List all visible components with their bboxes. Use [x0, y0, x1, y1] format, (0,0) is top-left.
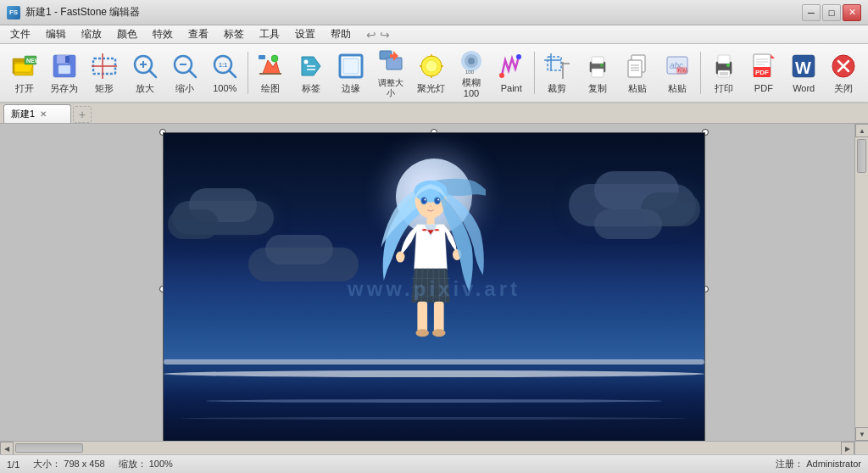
toolbar-zoom-100[interactable]: 1:1 100%: [206, 47, 244, 99]
svg-point-22: [271, 55, 278, 62]
tag-label: 标签: [302, 83, 320, 94]
svg-point-41: [516, 54, 521, 59]
toolbar-word[interactable]: W Word: [785, 47, 823, 99]
pdf-label: PDF: [754, 83, 773, 94]
rect-icon: [89, 51, 120, 81]
print-copy-label: 复制: [588, 83, 607, 94]
separator-3: [700, 52, 701, 94]
menu-tools[interactable]: 工具: [253, 25, 287, 43]
svg-point-101: [415, 329, 429, 337]
toolbar-close[interactable]: 关闭: [825, 47, 863, 99]
tab-close-button[interactable]: ✕: [38, 109, 48, 120]
copy-label: 粘贴: [628, 83, 647, 94]
maximize-button[interactable]: □: [822, 4, 841, 21]
svg-point-38: [468, 58, 475, 64]
scroll-thumb-horizontal[interactable]: [15, 443, 83, 453]
close-label: 关闭: [834, 83, 853, 94]
toolbar-draw[interactable]: 绘图: [252, 47, 290, 99]
title-bar-left: FS 新建1 - FastStone 编辑器: [7, 5, 140, 19]
new-tab-button[interactable]: +: [73, 106, 92, 123]
scrollbar-corner: [854, 441, 868, 454]
toolbar-copy[interactable]: 粘贴: [618, 47, 656, 99]
svg-point-88: [430, 205, 432, 207]
menu-settings[interactable]: 设置: [288, 25, 322, 43]
status-size: 大小： 798 x 458: [33, 458, 104, 470]
minimize-button[interactable]: ─: [802, 4, 821, 21]
toolbar-border[interactable]: 边缘: [331, 47, 370, 99]
scroll-down-arrow[interactable]: ▼: [855, 427, 868, 441]
status-zoom: 缩放： 100%: [119, 458, 173, 470]
svg-line-16: [189, 70, 196, 77]
rect-label: 矩形: [95, 83, 114, 94]
menu-help[interactable]: 帮助: [324, 25, 358, 43]
pdf-icon: PDF: [748, 51, 779, 81]
toolbar-pdf[interactable]: PDF PDF: [744, 47, 782, 99]
scroll-left-arrow[interactable]: ◀: [0, 442, 14, 454]
toolbar-blur[interactable]: 100 模糊100: [452, 47, 490, 99]
undo-button[interactable]: ↩: [366, 28, 376, 42]
toolbar-tag[interactable]: 标签: [292, 47, 330, 99]
toolbar-spotlight[interactable]: 聚光灯: [412, 47, 450, 99]
svg-rect-6: [58, 65, 70, 74]
save-as-label: 另存为: [50, 83, 78, 94]
window-controls: ─ □ ✕: [802, 4, 861, 21]
border-icon: [336, 51, 366, 81]
toolbar-resize[interactable]: 调整大小: [372, 47, 410, 99]
menu-file[interactable]: 文件: [3, 25, 37, 43]
word-icon: W: [788, 51, 819, 81]
svg-point-104: [396, 252, 404, 263]
scroll-thumb-vertical[interactable]: [857, 139, 866, 173]
status-bar: 1/1 大小： 798 x 458 缩放： 100% 注册： Administr…: [0, 454, 868, 473]
blur-label: 模糊100: [454, 77, 487, 99]
menu-view[interactable]: 查看: [181, 25, 215, 43]
toolbar-rect[interactable]: 矩形: [86, 47, 124, 99]
svg-rect-21: [259, 55, 265, 59]
toolbar-print[interactable]: 打印: [704, 47, 743, 99]
svg-rect-42: [548, 57, 561, 70]
menu-tags[interactable]: 标签: [217, 25, 251, 43]
menu-effects[interactable]: 特效: [146, 25, 180, 43]
toolbar-save-as[interactable]: 另存为: [45, 47, 83, 99]
zoom-out-icon: [170, 51, 200, 81]
menu-color[interactable]: 颜色: [110, 25, 144, 43]
toolbar-zoom-out[interactable]: 缩小: [165, 47, 203, 99]
svg-text:粘贴: 粘贴: [677, 68, 687, 73]
toolbar-crop[interactable]: 裁剪: [538, 47, 576, 99]
svg-rect-52: [628, 60, 642, 77]
scrollbar-horizontal[interactable]: ◀ ▶: [0, 441, 854, 454]
watermark-label: 粘贴: [668, 83, 687, 94]
toolbar-zoom-in[interactable]: 放大: [125, 47, 164, 99]
svg-rect-27: [343, 58, 359, 74]
menu-zoom[interactable]: 缩放: [75, 25, 108, 43]
paint-icon: [496, 51, 526, 81]
crop-icon: [542, 51, 572, 81]
scroll-right-arrow[interactable]: ▶: [841, 442, 854, 454]
tab-new1[interactable]: 新建1 ✕: [3, 104, 71, 123]
paint-label: Paint: [501, 83, 522, 94]
close-button[interactable]: ✕: [843, 4, 861, 21]
open-label: 打开: [15, 83, 34, 94]
svg-rect-48: [592, 57, 604, 64]
water-surface: [164, 360, 704, 445]
redo-button[interactable]: ↪: [380, 28, 390, 42]
toolbar-paint[interactable]: Paint: [492, 47, 531, 99]
close-icon: [828, 51, 859, 81]
print-copy-icon: [582, 51, 613, 81]
app-icon: FS: [7, 6, 20, 19]
resize-icon: [376, 47, 406, 76]
toolbar-print-copy[interactable]: 复制: [578, 47, 616, 99]
tab-bar: 新建1 ✕ +: [0, 103, 868, 124]
draw-label: 绘图: [261, 83, 280, 94]
zoom-100-label: 100%: [213, 83, 236, 94]
toolbar-watermark[interactable]: abc 粘贴 粘贴: [659, 47, 697, 99]
scrollbar-vertical[interactable]: ▲ ▼: [854, 124, 868, 441]
svg-point-102: [432, 329, 446, 337]
svg-line-12: [149, 70, 156, 77]
svg-rect-62: [718, 70, 730, 77]
tag-icon: [296, 51, 326, 81]
svg-point-40: [499, 73, 504, 78]
scroll-up-arrow[interactable]: ▲: [855, 124, 868, 137]
menu-edit[interactable]: 编辑: [39, 25, 73, 43]
toolbar-open[interactable]: NEW 打开: [5, 47, 43, 99]
print-label: 打印: [715, 83, 733, 94]
